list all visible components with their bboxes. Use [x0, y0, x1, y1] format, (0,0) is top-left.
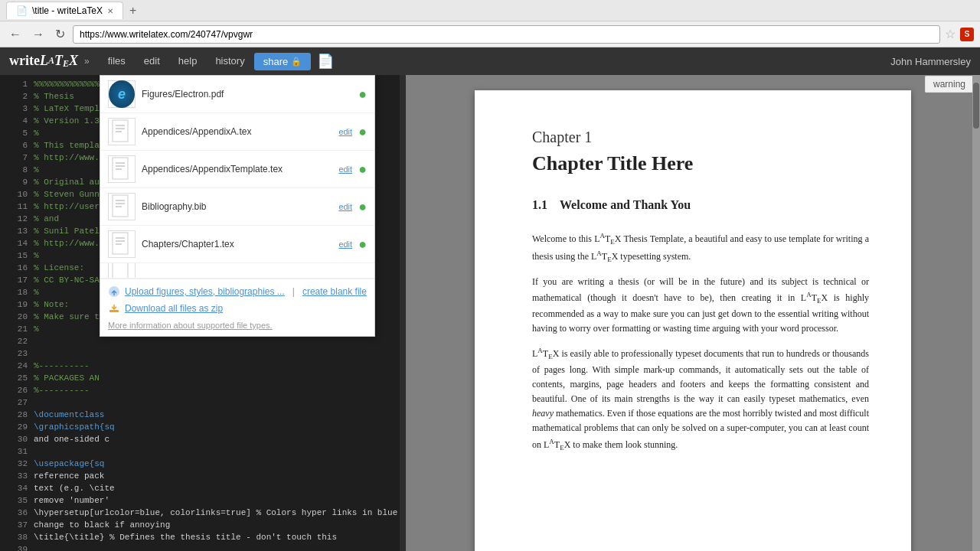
file-item-appendixa[interactable]: Appendices/AppendixA.tex edit ● — [100, 113, 374, 151]
download-link[interactable]: Download all files as zip — [108, 302, 367, 315]
editor-line: 24%---------- — [6, 360, 400, 372]
editor-line: 32\usepackage{sq — [6, 458, 400, 470]
file-name-chapter1: Chapters/Chapter1.tex — [142, 239, 332, 249]
file-status-dot: ● — [358, 236, 367, 253]
file-name-bibliography: Bibliography.bib — [142, 201, 332, 212]
logo-arrow-icon: » — [84, 56, 90, 67]
app-header: writeLATEX » files edit help history sha… — [0, 47, 980, 75]
tab-favicon: 📄 — [16, 5, 28, 16]
file-thumbnail-chapter1 — [108, 230, 136, 258]
svg-rect-12 — [113, 233, 128, 254]
svg-rect-8 — [113, 195, 128, 217]
info-link[interactable]: More information about supported file ty… — [108, 321, 367, 330]
file-name-electron: Figures/Electron.pdf — [142, 89, 352, 99]
file-edit-bibliography[interactable]: edit — [338, 202, 352, 211]
svg-rect-18 — [109, 310, 119, 312]
editor-panel: 1%%%%%%%%%%%%%%%%%%% 2% Thesis 3% LaTeX … — [0, 75, 406, 551]
upload-icon — [108, 285, 120, 298]
editor-line: 23 — [6, 347, 400, 360]
app-logo: writeLATEX — [9, 53, 78, 70]
file-thumbnail-electron: e — [108, 80, 136, 108]
editor-line: 27 — [6, 396, 400, 409]
file-thumbnail-appendixa — [108, 118, 136, 145]
svg-rect-4 — [113, 158, 128, 179]
file-status-dot: ● — [358, 161, 367, 178]
nav-history[interactable]: history — [206, 47, 253, 75]
pdf-preview-panel: warning Chapter 1 Chapter Title Here 1.1… — [406, 75, 980, 551]
svg-rect-0 — [113, 120, 128, 142]
svg-rect-16 — [113, 263, 128, 279]
pdf-icon[interactable]: 📄 — [317, 53, 334, 70]
editor-line: 30and one-sided c — [6, 433, 400, 445]
nav-files[interactable]: files — [99, 47, 135, 75]
share-button[interactable]: share 🔒 — [254, 53, 312, 70]
editor-line: 25% PACKAGES AN — [6, 372, 400, 384]
pdf-section-number: 1.1 — [532, 198, 547, 212]
extension-icon[interactable]: S — [960, 28, 974, 41]
pdf-paragraph-2: If you are writing a thesis (or will be … — [532, 275, 869, 336]
file-status-dot: ● — [358, 124, 367, 140]
upload-link[interactable]: Upload figures, styles, bibliographies .… — [108, 285, 367, 298]
browser-tab[interactable]: 📄 \title - writeLaTeX ✕ — [6, 2, 123, 19]
nav-help[interactable]: help — [169, 47, 207, 75]
editor-line: 31 — [6, 445, 400, 458]
url-bar[interactable] — [73, 25, 940, 44]
share-label: share — [263, 56, 289, 67]
pdf-toolbar: warning — [919, 75, 980, 93]
file-item-bibliography[interactable]: Bibliography.bib edit ● — [100, 188, 374, 226]
editor-line: 37change to black if annoying — [6, 519, 400, 531]
file-thumbnail-appendixtemplate — [108, 155, 136, 183]
editor-line: 38\title{\title} % Defines the thesis ti… — [6, 531, 400, 543]
file-item-chapter1[interactable]: Chapters/Chapter1.tex edit ● — [100, 226, 374, 263]
file-thumbnail-partial — [108, 263, 136, 279]
bookmark-icon[interactable]: ☆ — [945, 27, 956, 41]
refresh-button[interactable]: ↻ — [52, 25, 68, 43]
file-panel: e Figures/Electron.pdf ● Appendices/Appe… — [100, 75, 375, 337]
electron-icon: e — [109, 80, 135, 108]
file-panel-bottom: Upload figures, styles, bibliographies .… — [100, 279, 374, 336]
download-icon — [108, 302, 120, 315]
file-name-appendixa: Appendices/AppendixA.tex — [142, 126, 332, 137]
create-blank-link[interactable]: create blank file — [302, 286, 367, 297]
editor-scrollbar[interactable] — [400, 75, 406, 551]
file-status-dot: ● — [358, 86, 367, 103]
file-edit-chapter1[interactable]: edit — [338, 240, 352, 249]
download-text: Download all files as zip — [125, 303, 223, 314]
header-nav: files edit help history share 🔒 📄 — [99, 47, 335, 75]
file-list: e Figures/Electron.pdf ● Appendices/Appe… — [100, 76, 374, 279]
lock-icon: 🔒 — [291, 57, 302, 67]
back-button[interactable]: ← — [6, 26, 24, 43]
pdf-page: Chapter 1 Chapter Title Here 1.1 Welcome… — [475, 90, 911, 551]
upload-text: Upload figures, styles, bibliographies .… — [125, 286, 285, 297]
file-status-dot: ● — [358, 199, 367, 215]
pdf-chapter-number: Chapter 1 — [532, 129, 869, 146]
pdf-chapter-title: Chapter Title Here — [532, 152, 869, 175]
editor-line: 28\documentclass — [6, 409, 400, 421]
file-item-electron[interactable]: e Figures/Electron.pdf ● — [100, 76, 374, 113]
pdf-paragraph-3: LATEX is easily able to professionally t… — [532, 345, 869, 454]
file-edit-appendixtemplate[interactable]: edit — [338, 165, 352, 174]
editor-line: 33reference pack — [6, 470, 400, 482]
editor-line: 34text (e.g. \cite — [6, 482, 400, 494]
editor-line: 29\graphicspath{sq — [6, 421, 400, 433]
forward-button[interactable]: → — [29, 26, 47, 43]
main-area: 1%%%%%%%%%%%%%%%%%%% 2% Thesis 3% LaTeX … — [0, 75, 980, 551]
separator: | — [289, 286, 298, 297]
pdf-scrollbar[interactable] — [972, 75, 980, 551]
tab-title: \title - writeLaTeX — [32, 5, 103, 16]
file-item-appendixtemplate[interactable]: Appendices/AppendixTemplate.tex edit ● — [100, 151, 374, 188]
pdf-section-title: Welcome and Thank You — [560, 198, 691, 212]
nav-edit[interactable]: edit — [135, 47, 169, 75]
nav-bar: ← → ↻ ☆ S — [0, 21, 980, 47]
editor-line: 39 — [6, 543, 400, 551]
file-item-partial[interactable] — [100, 263, 374, 279]
editor-line: 26%---------- — [6, 384, 400, 396]
warning-badge[interactable]: warning — [925, 76, 974, 93]
editor-line: 22 — [6, 335, 400, 347]
pdf-paragraph-1: Welcome to this LATEX Thesis Template, a… — [532, 230, 869, 266]
new-tab-button[interactable]: + — [129, 4, 136, 18]
file-edit-appendixa[interactable]: edit — [338, 127, 352, 136]
editor-line: 36\hypersetup[urlcolor=blue, colorlinks=… — [6, 507, 400, 519]
tab-close-button[interactable]: ✕ — [107, 7, 113, 15]
browser-chrome: 📄 \title - writeLaTeX ✕ + ← → ↻ ☆ S — [0, 0, 980, 47]
